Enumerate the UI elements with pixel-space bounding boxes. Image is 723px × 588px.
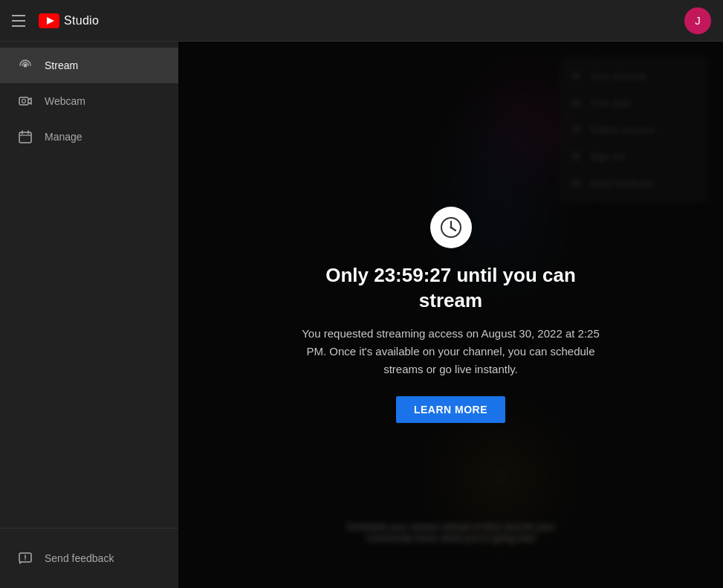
clock-icon-wrapper (430, 207, 472, 248)
content-area: Your channel Your data Switch account Si… (178, 42, 723, 588)
manage-icon (18, 129, 33, 144)
clock-icon (439, 216, 463, 239)
header: Studio J (0, 0, 723, 42)
svg-point-2 (24, 64, 27, 68)
svg-point-15 (450, 226, 452, 228)
sidebar-item-webcam-label: Webcam (45, 95, 85, 107)
stream-icon (18, 58, 33, 73)
blurred-cta-section: Schedule your stream ahead of time and l… (302, 521, 600, 543)
learn-more-button[interactable]: LEARN MORE (396, 396, 505, 423)
blurred-cta-line1: Schedule your stream ahead of time and l… (302, 521, 600, 532)
countdown-desc: You requested streaming access on August… (296, 325, 606, 378)
modal-overlay: Only 23:59:27 until you can stream You r… (178, 42, 723, 588)
avatar[interactable]: J (684, 7, 711, 34)
send-feedback-item[interactable]: Send feedback (0, 540, 178, 576)
svg-point-4 (22, 100, 26, 103)
blurred-cta-line2: community know what you're going live! (302, 532, 600, 543)
youtube-logo-icon (39, 13, 59, 28)
studio-label: Studio (64, 14, 99, 28)
sidebar-footer: Send feedback (0, 528, 178, 588)
sidebar-item-manage-label: Manage (45, 131, 82, 143)
header-right: J (684, 7, 711, 34)
sidebar: Stream Webcam (0, 42, 178, 588)
svg-rect-3 (19, 97, 28, 105)
header-left: Studio (12, 12, 99, 30)
sidebar-item-manage[interactable]: Manage (0, 119, 178, 155)
svg-point-11 (25, 559, 25, 560)
main-layout: Stream Webcam (0, 42, 723, 588)
sidebar-item-stream[interactable]: Stream (0, 48, 178, 83)
countdown-title: Only 23:59:27 until you can stream (296, 263, 606, 314)
feedback-icon (18, 551, 33, 566)
logo-container: Studio (39, 13, 99, 28)
webcam-icon (18, 94, 33, 109)
svg-rect-5 (19, 132, 31, 143)
modal-content: Only 23:59:27 until you can stream You r… (273, 177, 629, 453)
sidebar-nav: Stream Webcam (0, 48, 178, 528)
sidebar-item-webcam[interactable]: Webcam (0, 83, 178, 119)
hamburger-menu-icon[interactable] (12, 12, 30, 30)
sidebar-item-stream-label: Stream (45, 59, 78, 71)
send-feedback-label: Send feedback (45, 552, 114, 564)
